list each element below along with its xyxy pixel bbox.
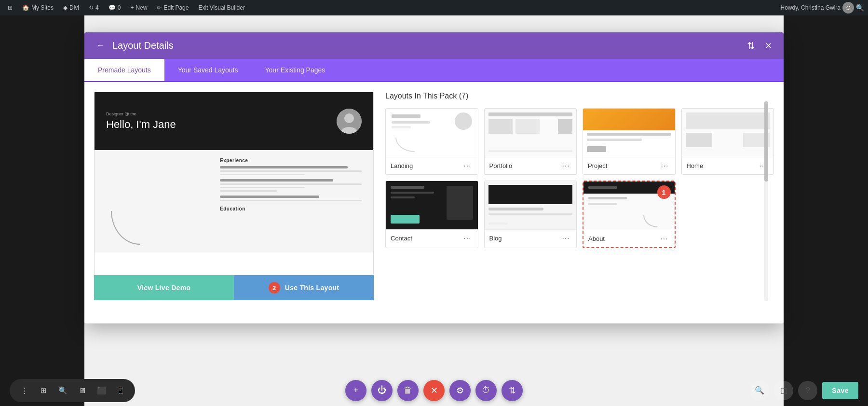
close-button[interactable]: ✕ <box>763 39 774 53</box>
home-icon: 🏠 <box>22 4 29 11</box>
selected-badge: 1 <box>657 185 671 199</box>
layout-name-home: Home <box>687 162 704 169</box>
layouts-panel: Layouts In This Pack (7) Landing <box>385 92 774 314</box>
tab-existing-pages[interactable]: Your Existing Pages <box>252 59 339 81</box>
right-panel <box>784 15 868 406</box>
divi-menu[interactable]: ◆ Divi <box>59 0 83 15</box>
layouts-grid: Landing ⋯ P <box>385 108 774 248</box>
toolbar-center: + ⏻ 🗑 ✕ ⚙ ⏱ ⇅ <box>345 380 523 401</box>
exit-builder-link[interactable]: Exit Visual Builder <box>194 0 249 15</box>
layout-name-contact: Contact <box>391 235 412 242</box>
left-panel <box>0 15 84 406</box>
layouts-button[interactable]: ⇅ <box>502 380 523 401</box>
preview-image: Designer @ the Hello, I'm Jane <box>94 92 374 275</box>
layout-more-contact[interactable]: ⋯ <box>461 233 473 244</box>
layout-card-about[interactable]: 1 About ⋯ <box>583 181 676 248</box>
layout-card-home[interactable]: Home ⋯ <box>681 108 774 175</box>
wp-logo: ⊞ <box>8 4 13 11</box>
tab-saved-layouts[interactable]: Your Saved Layouts <box>164 59 252 81</box>
layout-card-project[interactable]: Project ⋯ <box>583 108 676 175</box>
search-right-button[interactable]: 🔍 <box>750 381 769 400</box>
layout-card-contact[interactable]: Contact ⋯ <box>385 181 478 248</box>
layout-more-blog[interactable]: ⋯ <box>560 233 571 244</box>
divi-icon: ◆ <box>63 4 68 11</box>
save-button[interactable]: Save <box>822 382 858 399</box>
modal-title: Layout Details <box>112 40 174 51</box>
preview-panel: Designer @ the Hello, I'm Jane <box>94 92 374 314</box>
layout-more-portfolio[interactable]: ⋯ <box>560 160 571 171</box>
layout-name-landing: Landing <box>391 162 413 169</box>
power-button[interactable]: ⏻ <box>371 380 393 401</box>
history-button[interactable]: ⏱ <box>475 380 497 401</box>
howdy-text: Howdy, Christina Gwira <box>781 4 841 11</box>
tab-premade-layouts[interactable]: Premade Layouts <box>84 59 164 81</box>
svg-point-1 <box>344 113 354 123</box>
toolbar-right: 🔍 ◫ ? Save <box>750 381 858 400</box>
search-content-button[interactable]: 🔍 <box>55 383 70 398</box>
settings-button[interactable]: ⚙ <box>449 380 471 401</box>
more-options-button[interactable]: ⋮ <box>16 383 32 398</box>
view-live-demo-button[interactable]: View Live Demo <box>94 275 234 300</box>
layout-name-portfolio: Portfolio <box>489 162 513 169</box>
tab-bar: Premade Layouts Your Saved Layouts Your … <box>84 59 784 82</box>
wordpress-icon[interactable]: ⊞ <box>4 0 16 15</box>
updates-menu[interactable]: ↻ 4 <box>85 0 103 15</box>
layers-button[interactable]: ◫ <box>774 381 793 400</box>
delete-button[interactable]: 🗑 <box>397 380 419 401</box>
edit-page-link[interactable]: ✏ Edit Page <box>153 0 192 15</box>
add-section-button[interactable]: + <box>345 380 366 401</box>
back-button[interactable]: ← <box>94 39 107 53</box>
layout-thumb-home <box>682 109 774 157</box>
use-this-layout-button[interactable]: 2 Use This Layout <box>234 275 374 300</box>
preview-actions: View Live Demo 2 Use This Layout <box>94 275 374 300</box>
close-builder-button[interactable]: ✕ <box>423 380 445 401</box>
desktop-view-button[interactable]: 🖥 <box>74 383 90 398</box>
my-sites-menu[interactable]: 🏠 My Sites <box>18 0 57 15</box>
mobile-view-button[interactable]: 📱 <box>113 383 128 398</box>
tablet-view-button[interactable]: ⬛ <box>94 383 109 398</box>
new-menu[interactable]: + New <box>126 0 151 15</box>
layout-name-project: Project <box>588 162 607 169</box>
layout-card-blog[interactable]: Blog ⋯ <box>484 181 577 248</box>
layout-thumb-contact <box>386 181 478 229</box>
layout-thumb-portfolio <box>485 109 577 157</box>
scrollbar-thumb[interactable] <box>764 101 768 182</box>
preview-avatar <box>337 109 362 134</box>
layout-more-project[interactable]: ⋯ <box>659 160 670 171</box>
layout-thumb-landing <box>386 109 478 157</box>
sort-icon[interactable]: ⇅ <box>745 38 757 54</box>
help-button[interactable]: ? <box>798 381 817 400</box>
layout-more-landing[interactable]: ⋯ <box>461 160 473 171</box>
layout-name-blog: Blog <box>489 235 502 242</box>
layout-name-about: About <box>588 235 605 242</box>
update-icon: ↻ <box>89 4 94 11</box>
user-avatar[interactable]: C <box>842 2 854 14</box>
comment-icon: 💬 <box>108 4 116 11</box>
bottom-toolbar: ⋮ ⊞ 🔍 🖥 ⬛ 📱 + ⏻ 🗑 ✕ ⚙ ⏱ ⇅ 🔍 ◫ ? Save <box>0 375 868 406</box>
layout-card-landing[interactable]: Landing ⋯ <box>385 108 478 175</box>
preview-label: Designer @ the <box>106 112 176 116</box>
layout-thumb-project <box>583 109 675 157</box>
layout-thumb-blog <box>485 181 577 229</box>
plus-icon: + <box>130 4 134 11</box>
toolbar-left: ⋮ ⊞ 🔍 🖥 ⬛ 📱 <box>10 379 135 402</box>
comments-menu[interactable]: 💬 0 <box>105 0 125 15</box>
layouts-title: Layouts In This Pack (7) <box>385 92 774 100</box>
grid-view-button[interactable]: ⊞ <box>36 383 51 398</box>
preview-name: Hello, I'm Jane <box>106 118 176 131</box>
layout-details-modal: ← Layout Details ⇅ ✕ Premade Layouts You… <box>84 32 784 323</box>
scrollbar[interactable] <box>764 101 768 301</box>
use-layout-badge: 2 <box>269 282 280 294</box>
edit-icon: ✏ <box>157 4 162 11</box>
layout-card-portfolio[interactable]: Portfolio ⋯ <box>484 108 577 175</box>
admin-search-icon[interactable]: 🔍 <box>856 4 864 12</box>
layout-more-about[interactable]: ⋯ <box>658 233 670 244</box>
